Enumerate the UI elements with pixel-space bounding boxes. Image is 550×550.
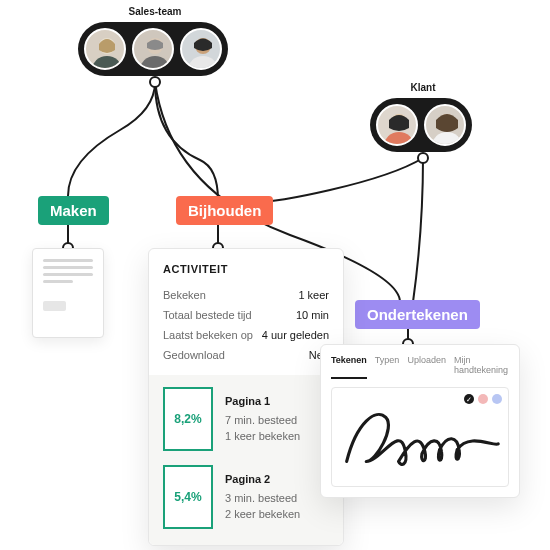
- client-label: Klant: [403, 82, 443, 93]
- activity-page: 5,4% Pagina 2 3 min. besteed 2 keer beke…: [163, 465, 329, 529]
- color-black[interactable]: [464, 394, 474, 404]
- svg-point-14: [432, 132, 462, 146]
- activity-page: 8,2% Pagina 1 7 min. besteed 1 keer beke…: [163, 387, 329, 451]
- activity-key: Totaal bestede tijd: [163, 309, 252, 321]
- activity-value: 4 uur geleden: [262, 329, 329, 341]
- svg-point-0: [150, 77, 160, 87]
- tag-make: Maken: [38, 196, 109, 225]
- sales-team-label: Sales-team: [110, 6, 200, 17]
- activity-title: ACTIVITEIT: [149, 263, 343, 285]
- color-pink[interactable]: [478, 394, 488, 404]
- activity-row: Totaal bestede tijd10 min: [149, 305, 343, 325]
- svg-point-8: [140, 56, 170, 70]
- document-card: [32, 248, 104, 338]
- page-title: Pagina 1: [225, 393, 300, 410]
- activity-row: Laatst bekeken op4 uur geleden: [149, 325, 343, 345]
- signature-panel: Tekenen Typen Uploaden Mijn handtekening: [320, 344, 520, 498]
- svg-point-1: [418, 153, 428, 163]
- signature-canvas[interactable]: [331, 387, 509, 487]
- avatar: [376, 104, 418, 146]
- color-blue[interactable]: [492, 394, 502, 404]
- activity-row: Bekeken1 keer: [149, 285, 343, 305]
- page-meta-line: 2 keer bekeken: [225, 506, 300, 523]
- activity-value: 1 keer: [298, 289, 329, 301]
- activity-key: Bekeken: [163, 289, 206, 301]
- tag-track: Bijhouden: [176, 196, 273, 225]
- client-pill: [370, 98, 472, 152]
- page-thumb: 8,2%: [163, 387, 213, 451]
- svg-point-12: [384, 132, 414, 146]
- tab-upload[interactable]: Uploaden: [407, 355, 446, 379]
- page-meta-line: 3 min. besteed: [225, 490, 300, 507]
- activity-pages: 8,2% Pagina 1 7 min. besteed 1 keer beke…: [149, 375, 343, 545]
- page-meta-line: 1 keer bekeken: [225, 428, 300, 445]
- svg-point-6: [92, 56, 122, 70]
- sales-team-pill: [78, 22, 228, 76]
- activity-row: GedownloadNee: [149, 345, 343, 365]
- svg-point-10: [188, 56, 218, 70]
- page-meta-line: 7 min. besteed: [225, 412, 300, 429]
- activity-value: 10 min: [296, 309, 329, 321]
- signature-tabs: Tekenen Typen Uploaden Mijn handtekening: [331, 355, 509, 379]
- signature-stroke: [332, 392, 508, 482]
- page-thumb: 5,4%: [163, 465, 213, 529]
- avatar: [424, 104, 466, 146]
- activity-key: Laatst bekeken op: [163, 329, 253, 341]
- tag-sign: Ondertekenen: [355, 300, 480, 329]
- tab-type[interactable]: Typen: [375, 355, 400, 379]
- tab-mysig[interactable]: Mijn handtekening: [454, 355, 509, 379]
- tab-draw[interactable]: Tekenen: [331, 355, 367, 379]
- page-title: Pagina 2: [225, 471, 300, 488]
- activity-panel: ACTIVITEIT Bekeken1 keer Totaal bestede …: [148, 248, 344, 546]
- avatar: [132, 28, 174, 70]
- color-picker: [464, 394, 502, 404]
- activity-key: Gedownload: [163, 349, 225, 361]
- avatar: [180, 28, 222, 70]
- avatar: [84, 28, 126, 70]
